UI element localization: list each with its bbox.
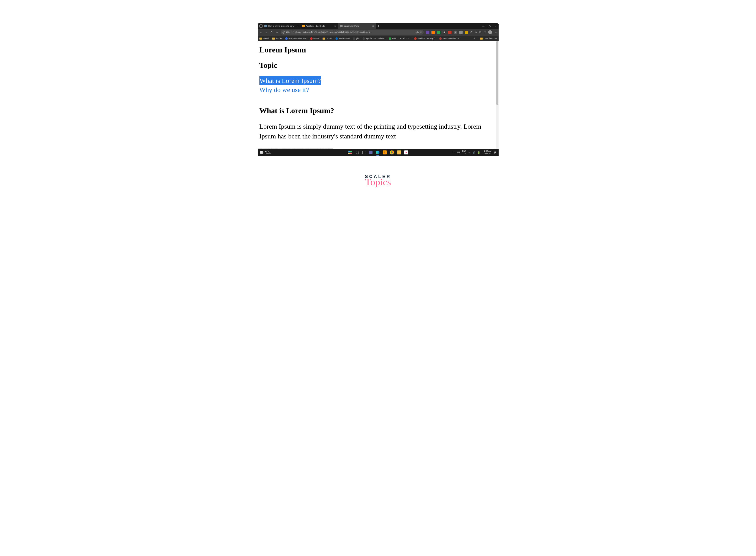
window-controls: — ▢ ✕ (482, 25, 499, 27)
battery-icon[interactable]: 🔋 (478, 151, 480, 154)
bookmark-folder-lenovo[interactable]: Lenovo (322, 37, 333, 40)
extension-icon[interactable] (432, 31, 435, 34)
collections-icon[interactable]: ⧉ (479, 31, 481, 34)
favorites-icon[interactable]: ✩ (475, 31, 477, 34)
other-favorites[interactable]: Other favorites (480, 37, 496, 40)
bookmark-label: softskill (263, 37, 269, 40)
bookmark-label: Machine Learning f... (417, 37, 436, 40)
bookmark-folder-ebooks[interactable]: ebooks (272, 37, 282, 40)
favicon-icon (340, 25, 343, 27)
taskbar-app-slack[interactable]: ✱ (404, 150, 408, 154)
back-button[interactable]: ← (260, 31, 263, 34)
tab-close-icon[interactable]: ✕ (334, 25, 336, 27)
bookmark-trusted90[interactable]: Most trusted 90 da... (439, 37, 461, 40)
profile-avatar[interactable] (488, 30, 492, 34)
taskbar-app-explorer[interactable] (397, 150, 401, 154)
weather-desc: Cloudy (265, 152, 271, 154)
start-button[interactable] (348, 150, 352, 154)
bookmark-mega[interactable]: MEGA (310, 37, 319, 40)
page-viewport: Lorem Ipsum Topic What is Lorem Ipsum? W… (257, 41, 499, 156)
taskbar-app-edge[interactable] (376, 150, 380, 154)
weather-icon (260, 151, 264, 154)
bookmark-label: How I cracked TCS... (392, 37, 411, 40)
extension-icon[interactable] (465, 31, 468, 34)
new-tab-button[interactable]: + (378, 24, 379, 28)
toc-link-why-use[interactable]: Why do we use it? (260, 85, 497, 95)
taskbar-clock[interactable]: 7:53 AM 7/14/2022 (482, 150, 491, 155)
tab-close-icon[interactable]: ✕ (372, 25, 374, 27)
browser-toolbar: ← → ⟳ ⌂ i File | D:/shubhrima/internship… (257, 29, 499, 36)
scrollbar-thumb[interactable] (496, 41, 498, 105)
extension-icon[interactable] (437, 31, 440, 34)
bookmark-proxy-interview[interactable]: Proxy Interview Prep (285, 37, 307, 40)
brand-line2: Topics (365, 178, 391, 187)
extension-icon[interactable] (459, 31, 462, 34)
bookmark-ml[interactable]: Machine Learning f... (414, 37, 436, 40)
address-separator: | (291, 31, 291, 33)
site-icon (414, 37, 417, 40)
page-content: Lorem Ipsum Topic What is Lorem Ipsum? W… (257, 41, 499, 143)
address-bar[interactable]: i File | D:/shubhrima/internships/Scaler… (281, 30, 424, 35)
taskbar-taskview-button[interactable] (362, 151, 366, 154)
read-aloud-icon[interactable]: Aあ (415, 31, 419, 34)
tab-strip: How to link to a specific part of a ✕ Pr… (257, 23, 499, 29)
tab-label: linkpart.html#two (344, 25, 371, 27)
site-info-icon[interactable]: i (282, 31, 285, 34)
extension-icon[interactable] (448, 31, 451, 34)
toc-link-what-is[interactable]: What is Lorem Ipsum? (260, 76, 321, 85)
bookmark-ghc[interactable]: ghc (353, 37, 359, 40)
taskbar-search-button[interactable] (355, 150, 359, 154)
other-favorites-label: Other favorites (483, 37, 496, 40)
heart-icon[interactable]: ♡ (483, 31, 486, 34)
topic-heading: Topic (260, 61, 497, 70)
bookmark-label: Proxy Interview Prep (288, 37, 307, 40)
minimize-button[interactable]: — (482, 25, 485, 27)
language-indicator[interactable]: ENG IN (462, 150, 467, 155)
keyboard-icon[interactable]: ⌨ (457, 151, 460, 154)
sync-icon[interactable]: ⟳ (470, 31, 473, 34)
bookmark-label: Most trusted 90 da... (443, 37, 461, 40)
bookmark-ghc-schola[interactable]: Tips for GHC Schola... (363, 37, 386, 40)
taskbar-app-chat[interactable] (369, 151, 373, 154)
search-icon (356, 151, 359, 154)
extension-icon[interactable]: ✽ (443, 31, 446, 34)
notifications-icon[interactable]: 💬 (494, 151, 496, 154)
folder-icon (322, 38, 325, 40)
tab-actions-icon[interactable] (260, 25, 263, 28)
maximize-button[interactable]: ▢ (489, 25, 490, 27)
edge-icon (376, 151, 379, 154)
favicon-icon (264, 25, 267, 27)
scaler-topics-logo: SCALER Topics (365, 174, 391, 187)
taskbar-app-sublime[interactable]: S (383, 150, 387, 154)
more-menu-button[interactable]: ··· (494, 31, 496, 34)
extension-icon[interactable]: ✎ (454, 31, 457, 34)
site-icon (363, 37, 365, 40)
bookmarks-overflow-button[interactable]: › (474, 37, 475, 40)
volume-icon[interactable]: 🔊 (473, 151, 475, 154)
forward-button[interactable]: → (265, 31, 268, 34)
bookmark-label: ghc (356, 37, 359, 40)
tab-how-to-link[interactable]: How to link to a specific part of a ✕ (263, 23, 300, 29)
home-button[interactable]: ⌂ (275, 31, 278, 34)
bookmark-label: MEGA (313, 37, 319, 40)
tray-overflow-icon[interactable]: ⌃ (453, 151, 455, 154)
bookmark-notifications[interactable]: Notifications (336, 37, 350, 40)
favicon-icon (302, 25, 305, 27)
tab-leetcode[interactable]: Problems - LeetCode ✕ (300, 23, 338, 29)
vertical-scrollbar[interactable] (496, 41, 499, 151)
taskbar-app-chrome[interactable] (390, 150, 394, 154)
toolbar-extensions: ✽ ✎ ⟳ ✩ ⧉ ♡ ··· (426, 30, 496, 34)
favorite-star-icon[interactable]: ✩ (420, 31, 422, 34)
tab-linkpart[interactable]: linkpart.html#two ✕ (338, 23, 376, 29)
bookmark-label: Tips for GHC Schola... (366, 37, 386, 40)
site-icon (285, 37, 288, 40)
tab-label: Problems - LeetCode (306, 25, 333, 27)
bookmark-folder-softskill[interactable]: softskill (260, 37, 269, 40)
extension-icon[interactable] (426, 31, 429, 34)
wifi-icon[interactable]: ⇆ (469, 151, 470, 154)
reload-button[interactable]: ⟳ (270, 31, 273, 34)
close-window-button[interactable]: ✕ (494, 25, 496, 27)
tab-close-icon[interactable]: ✕ (297, 25, 298, 27)
bookmark-tcs[interactable]: How I cracked TCS... (389, 37, 411, 40)
taskbar-weather[interactable]: 85°F Cloudy (260, 150, 271, 155)
